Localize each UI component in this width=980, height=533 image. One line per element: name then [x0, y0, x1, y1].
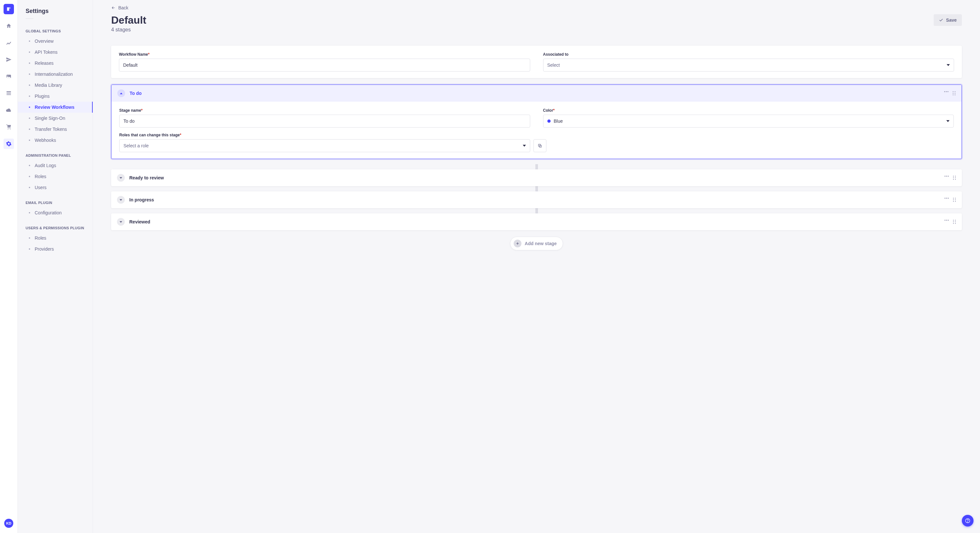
stage-header[interactable]: Reviewed [111, 213, 962, 230]
sidebar-item[interactable]: Overview [18, 36, 93, 47]
back-link[interactable]: Back [111, 5, 128, 10]
caret-down-icon [947, 64, 950, 66]
stage-header[interactable]: In progress [111, 191, 962, 208]
sidebar-item-label: Single Sign-On [35, 116, 65, 121]
content-icon[interactable] [3, 38, 14, 48]
stage-name-input[interactable] [119, 115, 530, 128]
user-avatar[interactable]: KD [4, 519, 13, 528]
svg-point-7 [944, 91, 945, 92]
svg-point-22 [955, 176, 956, 176]
svg-rect-3 [6, 91, 11, 92]
stage-card: Ready to review [111, 169, 962, 186]
caret-down-icon [119, 177, 122, 179]
bullet-icon [29, 140, 30, 141]
sidebar-item[interactable]: Configuration [18, 207, 93, 218]
question-icon [965, 518, 970, 523]
svg-point-39 [953, 220, 954, 220]
sidebar-item[interactable]: Review Workflows [18, 102, 93, 113]
bullet-icon [29, 212, 30, 213]
bullet-icon [29, 84, 30, 86]
bullet-icon [29, 73, 30, 75]
bullet-icon [29, 106, 30, 108]
sidebar-item[interactable]: Roles [18, 233, 93, 244]
media-icon[interactable] [3, 71, 14, 82]
sidebar-section-label: ADMINISTRATION PANEL [18, 151, 93, 160]
cloud-icon[interactable] [3, 105, 14, 115]
stage-color-select[interactable]: Blue [543, 115, 954, 128]
sidebar-item[interactable]: Transfer Tokens [18, 124, 93, 135]
help-fab[interactable] [962, 515, 974, 527]
check-icon [939, 18, 943, 22]
stage-color-label: Color* [543, 108, 954, 113]
svg-point-8 [946, 91, 947, 92]
settings-icon[interactable] [3, 139, 14, 149]
expand-button[interactable] [117, 196, 125, 204]
sidebar-item[interactable]: Audit Logs [18, 160, 93, 171]
send-icon[interactable] [3, 54, 14, 65]
svg-point-32 [953, 200, 954, 200]
cart-icon[interactable] [3, 122, 14, 132]
workflow-name-input[interactable] [119, 59, 530, 71]
svg-point-15 [955, 95, 955, 95]
drag-handle-icon[interactable] [953, 176, 956, 180]
home-icon[interactable] [3, 21, 14, 31]
sidebar-item-label: Providers [35, 246, 54, 252]
sidebar-item-label: Configuration [35, 210, 62, 215]
sidebar-item[interactable]: API Tokens [18, 47, 93, 58]
settings-sidebar: Settings GLOBAL SETTINGSOverviewAPI Toke… [18, 0, 93, 533]
sidebar-item[interactable]: Providers [18, 244, 93, 254]
svg-point-20 [948, 176, 949, 177]
sidebar-title: Settings [18, 8, 93, 19]
more-icon[interactable] [944, 176, 949, 180]
bullet-icon [29, 165, 30, 166]
svg-point-35 [955, 201, 956, 202]
svg-point-9 [948, 91, 948, 92]
add-stage-button[interactable]: Add new stage [510, 237, 563, 250]
sidebar-item[interactable]: Single Sign-On [18, 113, 93, 124]
svg-point-2 [8, 75, 8, 76]
sidebar-item[interactable]: Roles [18, 171, 93, 182]
roles-placeholder: Select a role [124, 143, 149, 148]
collapse-button[interactable] [117, 89, 125, 97]
sidebar-item-label: Webhooks [35, 138, 56, 143]
bullet-icon [29, 248, 30, 250]
expand-button[interactable] [117, 174, 125, 182]
more-icon[interactable] [944, 219, 949, 224]
sidebar-item[interactable]: Plugins [18, 90, 93, 102]
associated-to-select[interactable]: Select [543, 59, 955, 71]
drag-handle-icon[interactable] [953, 219, 956, 224]
copy-roles-button[interactable] [533, 139, 546, 152]
roles-select[interactable]: Select a role [119, 139, 530, 152]
stage-header[interactable]: To do [111, 85, 961, 102]
workflow-info-card: Workflow Name* Associated to Select [111, 46, 962, 78]
caret-down-icon [119, 221, 122, 223]
svg-point-28 [946, 198, 947, 199]
associated-to-label: Associated to [543, 52, 955, 57]
app-logo[interactable] [3, 4, 14, 14]
svg-point-43 [953, 223, 954, 224]
drag-handle-icon[interactable] [953, 91, 956, 95]
sidebar-item[interactable]: Releases [18, 58, 93, 69]
drag-handle-icon[interactable] [953, 198, 956, 202]
save-button[interactable]: Save [934, 14, 962, 26]
layout-icon[interactable] [3, 88, 14, 98]
svg-point-25 [953, 179, 954, 180]
expand-button[interactable] [117, 218, 125, 226]
stage-header[interactable]: Ready to review [111, 169, 962, 186]
more-icon[interactable] [944, 91, 948, 95]
page-subtitle: 4 stages [111, 27, 146, 33]
copy-icon [538, 143, 542, 148]
nav-icon-rail: KD [0, 0, 18, 533]
bullet-icon [29, 40, 30, 42]
main-content: Back Default 4 stages Save Workflow Name… [93, 0, 980, 533]
sidebar-item[interactable]: Media Library [18, 80, 93, 90]
stage-connector [535, 186, 538, 191]
svg-point-34 [953, 201, 954, 202]
stage-title: In progress [129, 197, 940, 202]
sidebar-item[interactable]: Internationalization [18, 69, 93, 80]
more-icon[interactable] [944, 198, 949, 202]
bullet-icon [29, 128, 30, 130]
sidebar-item[interactable]: Webhooks [18, 135, 93, 146]
arrow-left-icon [111, 5, 116, 10]
sidebar-item[interactable]: Users [18, 182, 93, 193]
